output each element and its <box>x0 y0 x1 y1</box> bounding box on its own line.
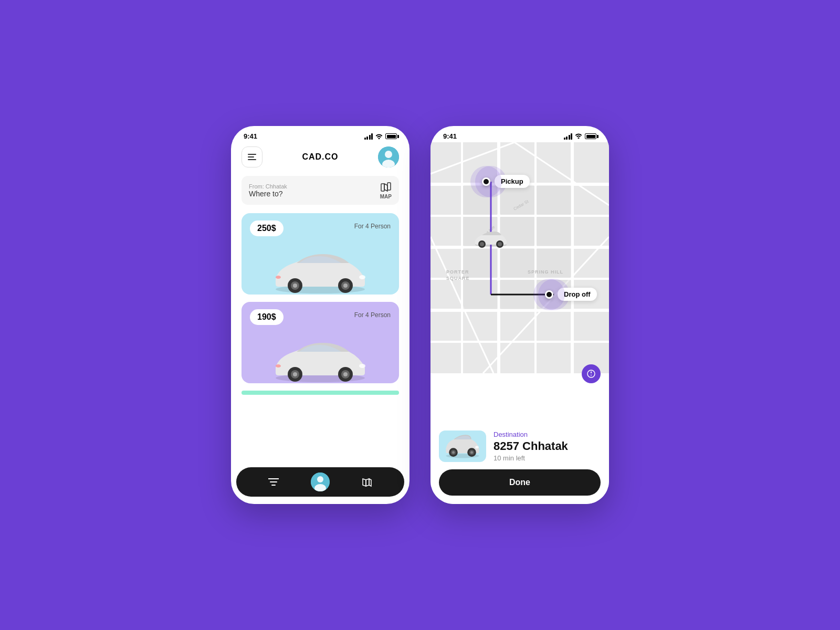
time-display-2: 9:41 <box>443 132 457 140</box>
svg-text:SQUARE: SQUARE <box>446 276 470 281</box>
destination-card: Destination 8257 Chhatak 10 min left Don… <box>430 422 609 504</box>
svg-point-17 <box>293 372 297 376</box>
map-button-label: MAP <box>380 194 392 200</box>
nav-map-icon[interactable] <box>362 477 372 487</box>
map-icon <box>380 181 392 193</box>
capacity-label-2: For 4 Person <box>354 311 391 319</box>
nav-filter-icon[interactable] <box>268 478 279 486</box>
time-display: 9:41 <box>244 132 257 140</box>
bottom-nav <box>236 467 404 497</box>
svg-point-68 <box>480 242 484 246</box>
svg-rect-49 <box>537 217 571 246</box>
capacity-label-1: For 4 Person <box>354 223 391 230</box>
phone1-content: CAD.CO From: Chhatak Where to? <box>231 142 410 463</box>
signal-icon-2 <box>564 133 573 140</box>
car-card-2[interactable]: 190$ For 4 Person <box>242 302 399 383</box>
price-badge-2: 190$ <box>250 309 284 325</box>
destination-text: Destination 8257 Chhatak 10 min left <box>494 430 568 462</box>
svg-point-70 <box>498 242 502 246</box>
done-button[interactable]: Done <box>439 469 601 496</box>
menu-button[interactable] <box>242 146 262 167</box>
search-text: From: Chhatak Where to? <box>249 183 287 198</box>
svg-point-21 <box>359 364 365 368</box>
signal-icon <box>364 133 373 140</box>
svg-point-78 <box>470 451 473 454</box>
destination-label: Destination <box>494 430 568 438</box>
car-image-1 <box>262 242 378 295</box>
car-image-2 <box>262 331 378 383</box>
compass-button[interactable] <box>582 364 601 383</box>
svg-point-27 <box>317 476 323 482</box>
map-view: PORTER SQUARE SPRING HILL Highland Ave C… <box>430 142 609 504</box>
svg-point-20 <box>343 372 348 376</box>
svg-rect-4 <box>387 183 391 190</box>
status-bar-1: 9:41 <box>231 126 410 142</box>
status-icons <box>364 133 397 140</box>
search-box[interactable]: From: Chhatak Where to? MAP <box>242 176 399 205</box>
battery-icon-2 <box>585 133 596 139</box>
svg-point-22 <box>276 364 281 368</box>
svg-text:PORTER: PORTER <box>446 269 469 275</box>
dest-car-thumbnail <box>439 430 486 462</box>
destination-address: 8257 Chhatak <box>494 439 568 453</box>
price-badge-1: 250$ <box>250 220 284 236</box>
status-bar-2: 9:41 <box>430 126 609 142</box>
svg-rect-45 <box>500 185 534 215</box>
nav-avatar[interactable] <box>311 472 330 491</box>
map-toggle-button[interactable]: MAP <box>380 181 392 200</box>
pickup-pin: Pickup <box>482 175 530 188</box>
hamburger-icon <box>248 154 256 160</box>
time-left: 10 min left <box>494 454 568 462</box>
svg-point-8 <box>293 284 297 288</box>
phone-2: 9:41 <box>430 126 609 504</box>
svg-rect-46 <box>537 185 571 215</box>
svg-point-79 <box>475 446 479 448</box>
phone-1: 9:41 CAD.CO <box>231 126 410 504</box>
dest-info-row: Destination 8257 Chhatak 10 min left <box>439 430 601 462</box>
svg-point-75 <box>452 451 455 454</box>
wifi-icon <box>375 133 383 140</box>
app-header: CAD.CO <box>242 142 399 176</box>
svg-text:SPRING HILL: SPRING HILL <box>528 269 563 275</box>
svg-point-12 <box>359 275 365 279</box>
app-title: CAD.CO <box>302 152 338 162</box>
svg-point-13 <box>276 276 281 279</box>
wifi-icon-2 <box>575 132 582 140</box>
battery-icon <box>385 133 397 139</box>
where-input: Where to? <box>249 190 287 198</box>
dropoff-pin: Drop off <box>545 288 597 301</box>
avatar-image <box>378 146 399 167</box>
svg-point-11 <box>343 284 348 288</box>
svg-rect-3 <box>381 184 384 191</box>
svg-point-1 <box>385 151 392 158</box>
green-strip <box>242 391 399 395</box>
status-icons-2 <box>564 132 597 140</box>
from-label: From: Chhatak <box>249 183 287 190</box>
user-avatar[interactable] <box>378 146 399 167</box>
car-card-1[interactable]: 250$ For 4 Person <box>242 213 399 295</box>
